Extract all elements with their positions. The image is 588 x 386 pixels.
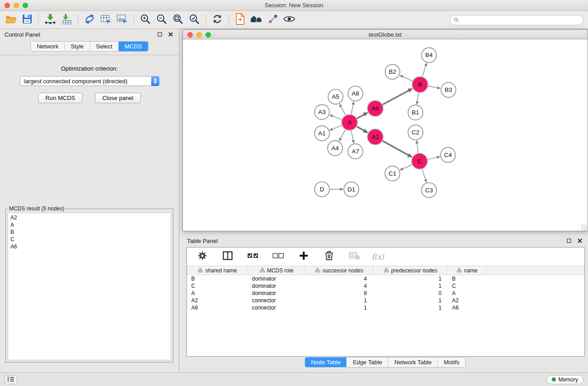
network-window-titlebar[interactable]: testGlobe.txt — [183, 30, 588, 39]
maximize-window-button[interactable] — [23, 3, 28, 8]
network-edge[interactable] — [357, 127, 368, 133]
show-columns-button[interactable] — [220, 249, 236, 264]
network-node-B2[interactable]: B2 — [385, 64, 400, 79]
zoom-selected-button[interactable] — [186, 13, 202, 27]
network-edge[interactable] — [351, 102, 354, 114]
table-cell[interactable]: 1 — [373, 282, 448, 290]
tab-network-table[interactable]: Network Table — [388, 357, 438, 367]
network-node-C1[interactable]: C1 — [385, 166, 400, 181]
mcds-result-item[interactable]: B — [10, 229, 168, 236]
save-session-button[interactable] — [19, 13, 35, 27]
network-edge[interactable] — [400, 165, 412, 170]
network-node-A1[interactable]: A1 — [315, 126, 330, 141]
column-header-shared-name[interactable]: shared name — [187, 266, 248, 275]
float-table-panel-button[interactable] — [565, 237, 573, 244]
table-cell[interactable]: 0 — [373, 290, 448, 297]
tab-style[interactable]: Style — [65, 42, 90, 51]
network-edge[interactable] — [382, 141, 412, 157]
tab-motifs[interactable]: Motifs — [438, 357, 465, 367]
mcds-result-item[interactable]: A — [10, 221, 168, 229]
mcds-result-list[interactable]: A2ABCA6 — [8, 213, 171, 360]
deselect-all-button[interactable] — [270, 249, 287, 264]
network-edge[interactable] — [357, 113, 368, 119]
table-settings-button[interactable] — [194, 249, 210, 264]
network-node-A5[interactable]: A5 — [328, 89, 343, 104]
network-node-D1[interactable]: D1 — [344, 182, 359, 197]
network-edge[interactable] — [416, 141, 418, 153]
network-edge[interactable] — [382, 89, 412, 105]
show-graphics-details-button[interactable] — [281, 13, 297, 27]
table-row[interactable]: A2connector11A2 — [187, 297, 584, 304]
zoom-out-button[interactable] — [153, 13, 170, 27]
network-node-A2[interactable]: A2 — [368, 129, 383, 145]
import-table-file-button[interactable] — [58, 13, 75, 27]
tab-select[interactable]: Select — [90, 42, 119, 51]
table-cell[interactable]: 8 — [306, 290, 373, 297]
import-network-file-button[interactable] — [42, 13, 58, 27]
zoom-fit-button[interactable] — [170, 13, 186, 27]
memory-button[interactable]: Memory — [546, 375, 583, 384]
function-builder-button[interactable]: f(x) — [372, 253, 384, 261]
open-file-button[interactable] — [232, 13, 249, 27]
table-cell[interactable]: A — [448, 290, 487, 297]
table-row[interactable]: Bdominator41B — [187, 275, 584, 283]
refresh-view-button[interactable] — [209, 13, 225, 27]
open-session-button[interactable] — [3, 13, 19, 27]
network-edge[interactable] — [422, 63, 426, 77]
column-header-mcds-role[interactable]: MCDS role — [248, 266, 306, 275]
select-all-button[interactable] — [245, 249, 261, 264]
new-network-from-selection-button[interactable] — [81, 13, 98, 27]
task-history-button[interactable] — [5, 375, 17, 384]
zoom-in-button[interactable] — [137, 13, 153, 27]
column-header-successor-nodes[interactable]: successor nodes — [306, 266, 373, 275]
network-edge[interactable] — [417, 93, 419, 104]
create-column-button[interactable] — [296, 249, 312, 264]
float-panel-button[interactable] — [156, 31, 163, 38]
network-node-C4[interactable]: C4 — [440, 148, 455, 162]
network-edge[interactable] — [351, 131, 354, 143]
network-node-C3[interactable]: C3 — [421, 183, 436, 198]
run-mcds-button[interactable]: Run MCDS — [38, 93, 82, 103]
table-cell[interactable]: 4 — [306, 282, 373, 290]
delete-column-button[interactable] — [321, 249, 337, 264]
close-panel-button[interactable]: Close panel — [95, 93, 141, 103]
mcds-result-item[interactable]: C — [10, 236, 168, 243]
network-node-C2[interactable]: C2 — [408, 125, 423, 140]
network-node-A4[interactable]: A4 — [328, 141, 343, 156]
close-panel-icon-button[interactable] — [167, 31, 174, 38]
search-input[interactable] — [461, 17, 579, 24]
table-cell[interactable]: 1 — [306, 297, 373, 304]
network-node-A3[interactable]: A3 — [315, 105, 330, 119]
network-node-C[interactable]: C — [411, 153, 427, 169]
network-minimize-button[interactable] — [196, 32, 202, 38]
network-close-button[interactable] — [187, 32, 193, 38]
table-cell[interactable]: 1 — [373, 297, 448, 304]
table-cell[interactable]: connector — [248, 297, 306, 304]
network-node-B1[interactable]: B1 — [408, 105, 423, 120]
column-header-name[interactable]: name — [448, 266, 487, 275]
table-cell[interactable]: A2 — [448, 297, 487, 304]
table-cell[interactable]: A6 — [187, 304, 248, 311]
table-cell[interactable]: dominator — [248, 275, 306, 283]
network-edge[interactable] — [428, 86, 440, 88]
network-edge[interactable] — [339, 130, 345, 141]
delete-table-button[interactable] — [346, 249, 363, 264]
export-table-button[interactable] — [98, 13, 114, 27]
network-node-B4[interactable]: B4 — [421, 48, 436, 62]
minimize-window-button[interactable] — [14, 3, 19, 8]
network-edge[interactable] — [339, 104, 345, 115]
tab-mcds[interactable]: MCDS — [119, 42, 148, 51]
column-header-predecessor-nodes[interactable]: predecessor nodes — [373, 266, 448, 275]
table-cell[interactable]: C — [187, 282, 248, 290]
network-edge[interactable] — [330, 125, 342, 130]
table-row[interactable]: A6connector11A6 — [187, 304, 584, 311]
network-canvas[interactable]: B4B2BB3A8A5A6A3B1AC2A1A2A4A7C4CC1DD1C3 — [183, 40, 588, 231]
network-maximize-button[interactable] — [206, 32, 211, 38]
table-cell[interactable]: A6 — [448, 304, 487, 311]
export-image-button[interactable] — [114, 13, 130, 27]
network-edge[interactable] — [330, 115, 342, 119]
table-cell[interactable]: 1 — [306, 304, 373, 311]
window-resize-grip[interactable] — [581, 224, 587, 230]
home-button[interactable] — [249, 13, 265, 27]
table-cell[interactable]: B — [187, 275, 248, 283]
